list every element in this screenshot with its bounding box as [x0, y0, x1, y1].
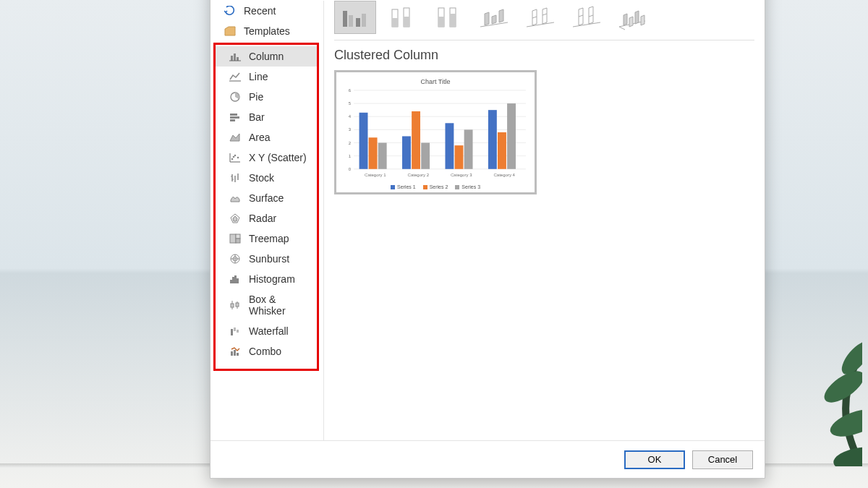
sidebar-item-templates[interactable]: Templates: [210, 21, 323, 41]
svg-line-62: [532, 17, 537, 18]
sidebar-item-label: Box & Whisker: [249, 294, 311, 317]
svg-text:Category 4: Category 4: [493, 173, 515, 177]
subtype-3d-stacked-column[interactable]: [519, 1, 561, 34]
sidebar-item-label: Recent: [244, 5, 276, 17]
svg-rect-97: [507, 103, 516, 169]
svg-point-17: [233, 156, 235, 158]
sidebar-item-label: Line: [249, 71, 268, 82]
svg-rect-4: [231, 56, 233, 61]
svg-rect-45: [231, 351, 233, 356]
sidebar-item-treemap[interactable]: Treemap: [216, 228, 317, 249]
sidebar-item-bar[interactable]: Bar: [216, 107, 317, 127]
sidebar-item-pie[interactable]: Pie: [216, 87, 317, 107]
sidebar-item-scatter[interactable]: X Y (Scatter): [216, 147, 317, 168]
svg-rect-11: [230, 116, 239, 119]
svg-rect-59: [450, 14, 456, 27]
svg-rect-88: [412, 111, 420, 169]
line-icon: [229, 71, 242, 82]
sidebar-item-label: Bar: [249, 111, 265, 123]
sidebar-item-label: Templates: [244, 25, 290, 37]
svg-rect-34: [230, 280, 232, 283]
svg-point-0: [820, 365, 862, 408]
dialog-button-row: OK Cancel: [210, 440, 765, 478]
plant-decoration: [783, 278, 862, 466]
subtype-100-stacked-column[interactable]: [427, 1, 469, 34]
subtype-3d-clustered-column[interactable]: [473, 1, 515, 34]
svg-rect-37: [237, 278, 239, 283]
svg-line-66: [589, 15, 593, 17]
histogram-icon: [229, 273, 242, 285]
sidebar-item-histogram[interactable]: Histogram: [216, 269, 317, 289]
svg-rect-47: [237, 353, 239, 356]
svg-rect-36: [234, 275, 237, 283]
svg-rect-53: [392, 18, 398, 27]
sidebar-item-label: Pie: [249, 91, 263, 103]
legend-series-2: Series 2: [423, 184, 448, 189]
scatter-icon: [229, 152, 242, 163]
svg-rect-43: [234, 328, 236, 331]
svg-rect-27: [230, 234, 236, 243]
sidebar-item-surface[interactable]: Surface: [216, 188, 317, 208]
sidebar-item-label: Waterfall: [249, 325, 289, 337]
chart-title: Chart Title: [420, 78, 450, 85]
svg-rect-41: [236, 303, 239, 307]
recent-icon: [224, 5, 237, 17]
svg-text:Category 1: Category 1: [365, 173, 386, 177]
svg-rect-35: [232, 277, 234, 283]
svg-rect-84: [369, 137, 378, 169]
sidebar-item-combo[interactable]: Combo: [216, 341, 317, 361]
highlight-annotation: Column Line Pie: [213, 43, 319, 371]
subtype-3d-column[interactable]: [612, 1, 654, 34]
sidebar-item-waterfall[interactable]: Waterfall: [216, 321, 317, 341]
svg-point-2: [837, 337, 862, 379]
sidebar-item-column[interactable]: Column: [216, 46, 317, 67]
area-icon: [229, 132, 242, 143]
svg-rect-5: [234, 53, 236, 61]
svg-marker-26: [233, 216, 237, 221]
svg-marker-13: [230, 134, 239, 141]
pie-icon: [229, 91, 242, 103]
sidebar-item-label: X Y (Scatter): [249, 152, 307, 163]
sidebar-item-label: Radar: [249, 213, 276, 224]
svg-rect-93: [464, 129, 473, 168]
chart-preview[interactable]: Chart Title 0123456Category 1Category 2C…: [334, 70, 537, 194]
svg-rect-12: [230, 119, 235, 121]
svg-text:2: 2: [349, 141, 352, 145]
subtype-clustered-column[interactable]: [334, 1, 376, 34]
sidebar-item-area[interactable]: Area: [216, 127, 317, 147]
svg-line-68: [619, 27, 625, 30]
cancel-button[interactable]: Cancel: [692, 450, 753, 469]
svg-line-63: [542, 14, 547, 15]
radar-icon: [229, 213, 242, 224]
svg-rect-55: [404, 17, 409, 27]
subtype-stacked-column[interactable]: [380, 1, 422, 34]
combo-icon: [229, 346, 242, 357]
treemap-icon: [229, 233, 242, 244]
svg-rect-29: [236, 239, 240, 243]
ok-button[interactable]: OK: [624, 450, 685, 469]
sidebar-item-label: Combo: [249, 346, 281, 357]
sidebar-item-line[interactable]: Line: [216, 67, 317, 87]
svg-line-64: [573, 22, 600, 27]
bar-icon: [229, 111, 242, 123]
subtype-3d-100-stacked-column[interactable]: [566, 1, 608, 34]
svg-rect-28: [236, 234, 240, 239]
sidebar-item-label: Treemap: [249, 233, 289, 244]
sidebar-item-label: Stock: [249, 172, 274, 184]
svg-rect-51: [362, 14, 366, 27]
sidebar-item-sunburst[interactable]: Sunburst: [216, 249, 317, 269]
svg-text:Category 3: Category 3: [451, 173, 472, 177]
svg-rect-87: [402, 136, 411, 168]
svg-rect-48: [343, 11, 347, 27]
svg-point-16: [237, 157, 239, 159]
svg-rect-46: [234, 350, 236, 356]
svg-point-15: [234, 155, 237, 157]
sidebar-item-radar[interactable]: Radar: [216, 208, 317, 228]
sidebar-item-label: Area: [249, 132, 271, 143]
sidebar-item-stock[interactable]: Stock: [216, 168, 317, 188]
sidebar-item-label: Surface: [249, 192, 284, 204]
sidebar-item-label: Sunburst: [249, 253, 289, 265]
sidebar-item-boxwhisker[interactable]: Box & Whisker: [216, 289, 317, 321]
sidebar-item-recent[interactable]: Recent: [210, 1, 323, 21]
svg-point-14: [231, 158, 234, 160]
